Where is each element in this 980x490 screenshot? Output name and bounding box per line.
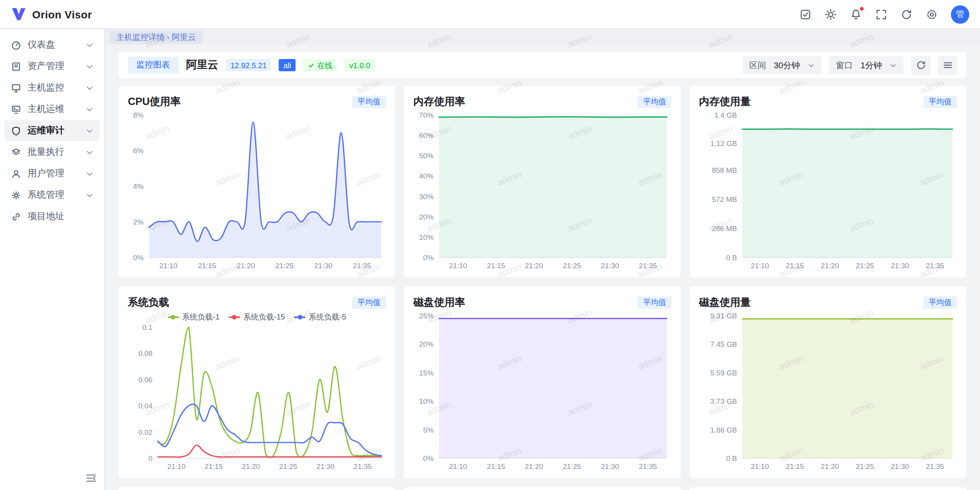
charts-grid: CPU使用率平均值0%2%4%6%8%21:1021:1521:2021:252… (119, 86, 966, 490)
average-value-badge[interactable]: 平均值 (923, 96, 957, 108)
svg-text:0.08: 0.08 (138, 349, 152, 357)
chart-card: CPU使用率平均值0%2%4%6%8%21:1021:1521:2021:252… (119, 86, 395, 277)
svg-text:21:10: 21:10 (159, 262, 178, 270)
host-version-tag: v1.0.0 (345, 59, 375, 71)
chart-canvas: 0%10%20%30%40%50%60%70%21:1021:1521:2021… (413, 110, 671, 271)
sidebar-item-system-mgmt[interactable]: 系统管理 (5, 185, 100, 205)
chart-title: 磁盘使用量 (699, 296, 751, 310)
check-square-icon[interactable] (799, 8, 812, 20)
chevron-down-icon (86, 41, 93, 49)
svg-text:7.45 GB: 7.45 GB (710, 340, 737, 348)
sidebar-item-dashboard[interactable]: 仪表盘 (5, 34, 100, 55)
sidebar-item-user-mgmt[interactable]: 用户管理 (5, 163, 100, 184)
svg-text:21:25: 21:25 (856, 462, 874, 470)
batch-layers-icon (11, 147, 21, 157)
svg-text:21:10: 21:10 (751, 462, 769, 470)
svg-text:858 MB: 858 MB (712, 166, 737, 174)
svg-text:21:15: 21:15 (205, 462, 223, 470)
chart-settings-button[interactable] (938, 56, 957, 75)
tab-host-monitor-detail[interactable]: 主机监控详情 - 阿里云 (109, 30, 203, 44)
chart-card (690, 487, 966, 490)
svg-text:572 MB: 572 MB (712, 195, 737, 203)
theme-sun-icon[interactable] (825, 8, 837, 20)
svg-text:21:25: 21:25 (275, 262, 294, 270)
sidebar-item-batch-exec[interactable]: 批量执行 (5, 142, 100, 162)
user-avatar[interactable]: 管 (951, 5, 969, 23)
average-value-badge[interactable]: 平均值 (352, 297, 386, 309)
legend-marker (294, 316, 305, 318)
refresh-icon[interactable] (900, 8, 913, 20)
legend-label: 系统负载-15 (243, 311, 285, 322)
svg-text:1.12 GB: 1.12 GB (710, 139, 737, 147)
refresh-charts-button[interactable] (911, 56, 930, 75)
svg-text:21:20: 21:20 (237, 262, 255, 270)
svg-text:3.73 GB: 3.73 GB (710, 397, 737, 405)
content: 监控图表 阿里云 12.92.5.21 ali 在线 v1.0.0 区间 (105, 45, 980, 490)
svg-text:21:30: 21:30 (314, 262, 333, 270)
svg-text:21:10: 21:10 (751, 262, 769, 270)
settings-gear-icon[interactable] (926, 8, 938, 20)
sidebar-item-ops-audit[interactable]: 运维审计 (5, 120, 100, 141)
chart-card: 系统负载平均值系统负载-1系统负载-15系统负载-500.020.040.060… (119, 287, 395, 478)
legend-item[interactable]: 系统负载-5 (294, 311, 346, 322)
sidebar: 仪表盘 资产管理 主机监控 (0, 29, 105, 490)
check-icon (308, 62, 315, 69)
chart-card: 内存使用率平均值0%10%20%30%40%50%60%70%21:1021:1… (404, 86, 681, 277)
chevron-down-icon (86, 84, 93, 92)
chart-title: 系统负载 (128, 296, 169, 310)
tab-bar: 主机监控详情 - 阿里云 (105, 29, 980, 45)
notifications-bell-icon[interactable] (850, 8, 862, 20)
average-value-badge[interactable]: 平均值 (352, 96, 386, 108)
topbar-actions: 管 (799, 5, 969, 23)
chart-legend: 系统负载-1系统负载-15系统负载-5 (128, 311, 386, 323)
sidebar-item-host-monitor[interactable]: 主机监控 (5, 77, 100, 98)
svg-text:0%: 0% (423, 254, 434, 262)
chevron-down-icon (86, 148, 93, 156)
host-monitor-icon (11, 82, 21, 93)
svg-text:0.02: 0.02 (138, 428, 152, 436)
legend-item[interactable]: 系统负载-1 (168, 311, 220, 322)
sidebar-item-assets[interactable]: 资产管理 (5, 56, 100, 77)
svg-text:50%: 50% (419, 152, 434, 160)
window-select[interactable]: 窗口 1分钟 (829, 56, 903, 74)
interval-select[interactable]: 区间 30分钟 (742, 56, 822, 74)
svg-text:70%: 70% (419, 111, 434, 119)
chart-card: 磁盘使用量平均值0 B1.86 GB3.73 GB5.59 GB7.45 GB9… (690, 287, 966, 478)
sidebar-menu: 仪表盘 资产管理 主机监控 (0, 34, 104, 227)
svg-text:15%: 15% (419, 369, 434, 377)
chart-title: 内存使用率 (413, 95, 465, 109)
sidebar-item-project-link[interactable]: 项目地址 (5, 206, 100, 227)
average-value-badge[interactable]: 平均值 (638, 96, 671, 108)
svg-text:21:15: 21:15 (786, 262, 804, 270)
sidebar-item-host-ops[interactable]: 主机运维 (5, 99, 100, 120)
app-root: Orion Visor 管 (0, 0, 980, 490)
host-code-tag: ali (279, 59, 296, 71)
user-icon (11, 168, 21, 179)
app-logo[interactable]: Orion Visor (11, 6, 92, 22)
svg-text:60%: 60% (419, 131, 434, 139)
legend-marker (229, 316, 240, 318)
average-value-badge[interactable]: 平均值 (638, 297, 671, 309)
chevron-down-icon (86, 191, 93, 199)
legend-label: 系统负载-1 (182, 311, 220, 322)
legend-item[interactable]: 系统负载-15 (229, 311, 285, 322)
svg-text:21:20: 21:20 (821, 262, 839, 270)
average-value-badge[interactable]: 平均值 (923, 297, 957, 309)
fullscreen-icon[interactable] (875, 8, 887, 20)
host-status-tag: 在线 (304, 59, 337, 71)
chevron-down-icon (808, 62, 815, 69)
chart-canvas: 0%2%4%6%8%21:1021:1521:2021:2521:3021:35 (128, 110, 386, 271)
svg-text:0 B: 0 B (726, 454, 737, 462)
svg-text:21:25: 21:25 (279, 462, 297, 470)
svg-text:5%: 5% (423, 426, 434, 434)
collapse-sidebar-icon[interactable] (85, 472, 97, 484)
svg-text:21:15: 21:15 (487, 262, 505, 270)
svg-text:30%: 30% (419, 193, 434, 201)
chart-card (404, 487, 681, 490)
svg-text:21:25: 21:25 (563, 462, 581, 470)
svg-text:21:20: 21:20 (525, 262, 543, 270)
host-name: 阿里云 (186, 58, 218, 72)
svg-text:0%: 0% (133, 254, 144, 262)
monitor-chart-button[interactable]: 监控图表 (128, 57, 178, 73)
svg-text:21:35: 21:35 (353, 262, 371, 270)
